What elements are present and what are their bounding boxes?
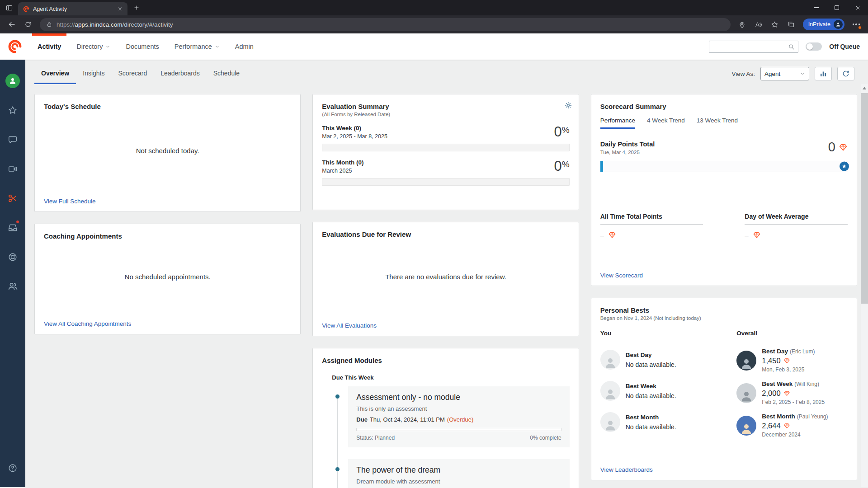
lock-icon xyxy=(46,21,52,28)
search-input[interactable] xyxy=(713,43,788,50)
ellipsis-icon xyxy=(853,23,860,25)
empty-message: No scheduled appointments. xyxy=(44,238,291,316)
nav-item-documents[interactable]: Documents xyxy=(118,33,166,60)
scrollbar-thumb[interactable] xyxy=(861,93,868,304)
sidebar-item-tools[interactable] xyxy=(0,183,25,213)
content-scrollbar[interactable] xyxy=(861,84,868,487)
nav-item-activity[interactable]: Activity xyxy=(30,33,69,60)
module-item[interactable]: The power of the dream Dream module with… xyxy=(348,459,569,488)
sidebar-item-video[interactable] xyxy=(0,154,25,183)
view-all-coaching-link[interactable]: View All Coaching Appointments xyxy=(44,320,131,327)
sidebar-item-contacts[interactable] xyxy=(0,272,25,301)
nav-item-admin[interactable]: Admin xyxy=(227,33,261,60)
gem-icon xyxy=(783,422,790,429)
collections-button[interactable] xyxy=(784,18,798,31)
tab-layout-button[interactable] xyxy=(0,0,18,15)
refresh-button[interactable] xyxy=(837,67,854,80)
close-window-button[interactable] xyxy=(847,0,868,15)
stat-value: – xyxy=(745,231,848,239)
coaching-appointments-card: Coaching Appointments No scheduled appoi… xyxy=(34,224,301,334)
close-icon xyxy=(118,6,123,11)
nav-item-directory[interactable]: Directory xyxy=(69,33,118,60)
tab-scorecard[interactable]: Scorecard xyxy=(112,63,154,84)
favorite-button[interactable] xyxy=(768,18,782,31)
tab-schedule[interactable]: Schedule xyxy=(207,63,246,84)
card-title: Assigned Modules xyxy=(322,357,569,364)
inprivate-badge[interactable]: InPrivate xyxy=(803,19,844,30)
gem-icon xyxy=(783,390,790,397)
tab-performance[interactable]: Performance xyxy=(600,117,635,129)
this-month-range: March 2025 xyxy=(322,168,363,174)
person-icon xyxy=(604,356,617,370)
minimize-button[interactable] xyxy=(806,0,826,15)
scorecard-tabs: Performance 4 Week Trend 13 Week Trend xyxy=(600,117,848,129)
settings-button[interactable] xyxy=(564,101,572,109)
todays-schedule-card: Today's Schedule Not scheduled today. Vi… xyxy=(34,94,301,212)
bar-chart-icon xyxy=(819,70,827,78)
browser-addressbar: https://apps.inindca.com/directory/#/act… xyxy=(0,15,868,33)
view-as-select[interactable]: Agent xyxy=(760,67,809,80)
sidebar-item-profile[interactable] xyxy=(0,66,25,95)
nav-item-performance[interactable]: Performance xyxy=(167,33,227,60)
reload-button[interactable] xyxy=(21,18,35,31)
sidebar-item-chat[interactable] xyxy=(0,125,25,154)
user-presence-avatar xyxy=(5,74,20,88)
view-all-evaluations-link[interactable]: View All Evaluations xyxy=(322,322,377,329)
this-month-row: This Month (0) March 2025 0% xyxy=(322,159,569,174)
sidebar-item-inbox[interactable] xyxy=(0,213,25,242)
evaluations-due-card: Evaluations Due for Review There are no … xyxy=(312,222,579,336)
address-input[interactable]: https://apps.inindca.com/directory/#/act… xyxy=(40,18,731,31)
card-subtitle: (All Forms by Released Date) xyxy=(322,112,569,117)
queue-toggle[interactable] xyxy=(806,42,822,51)
best-day-you-row: Best DayNo data available. xyxy=(600,348,712,371)
avatar xyxy=(736,383,756,403)
star-icon xyxy=(771,21,778,28)
sidebar-item-support[interactable] xyxy=(0,242,25,272)
tab-insights[interactable]: Insights xyxy=(76,63,111,84)
tab-close-button[interactable] xyxy=(116,5,124,13)
gem-icon xyxy=(608,231,616,239)
browser-tab[interactable]: Agent Activity xyxy=(18,2,127,15)
module-due: Due Thu, Oct 24, 2024, 11:01 PM (Overdue… xyxy=(356,416,561,423)
app-sidebar xyxy=(0,60,25,487)
view-full-schedule-link[interactable]: View Full Schedule xyxy=(44,198,96,205)
view-leaderboards-link[interactable]: View Leaderboards xyxy=(600,466,653,473)
maximize-button[interactable] xyxy=(826,0,847,15)
tab-leaderboards[interactable]: Leaderboards xyxy=(154,63,206,84)
daily-points-row: Daily Points Total Tue, Mar 4, 2025 0 xyxy=(600,141,848,155)
tab-4-week-trend[interactable]: 4 Week Trend xyxy=(647,117,685,129)
report-button[interactable] xyxy=(815,67,832,80)
global-search[interactable] xyxy=(709,41,798,53)
best-day-overall-row: Best Day(Eric Lum) 1,450 Mon, Feb 3, 202… xyxy=(736,348,848,373)
module-complete: 0% complete xyxy=(530,435,561,441)
star-icon xyxy=(842,164,847,169)
best-week-you-row: Best WeekNo data available. xyxy=(600,379,712,403)
scissors-icon xyxy=(8,193,18,203)
new-tab-button[interactable] xyxy=(127,0,146,15)
sidebar-item-help[interactable] xyxy=(0,453,25,483)
plus-icon xyxy=(133,5,140,11)
back-arrow-icon xyxy=(8,20,16,28)
chat-icon xyxy=(8,135,18,145)
tab-13-week-trend[interactable]: 13 Week Trend xyxy=(697,117,738,129)
back-button[interactable] xyxy=(5,18,19,31)
this-week-label: This Week (0) xyxy=(322,125,387,131)
daily-points-label: Daily Points Total xyxy=(600,141,655,148)
genesys-logo-icon xyxy=(8,39,22,54)
view-scorecard-link[interactable]: View Scorecard xyxy=(600,272,643,279)
scroll-up-arrow[interactable] xyxy=(863,87,866,89)
read-aloud-button[interactable] xyxy=(751,18,766,31)
module-item[interactable]: Assessment only - no module This is only… xyxy=(348,386,569,447)
window-controls xyxy=(806,0,868,15)
browser-menu-button[interactable] xyxy=(849,18,863,31)
main-content: Overview Insights Scorecard Leaderboards… xyxy=(25,60,868,487)
person-icon xyxy=(835,22,841,27)
scorecard-summary-card: Scorecard Summary Performance 4 Week Tre… xyxy=(591,94,857,286)
chevron-down-icon xyxy=(800,71,805,76)
sidebar-item-favorites[interactable] xyxy=(0,95,25,125)
location-button[interactable] xyxy=(735,18,750,31)
app-logo[interactable] xyxy=(0,33,30,60)
daily-points-value: 0 xyxy=(828,141,848,154)
page-tabs: Overview Insights Scorecard Leaderboards… xyxy=(34,63,854,84)
tab-overview[interactable]: Overview xyxy=(34,63,76,84)
